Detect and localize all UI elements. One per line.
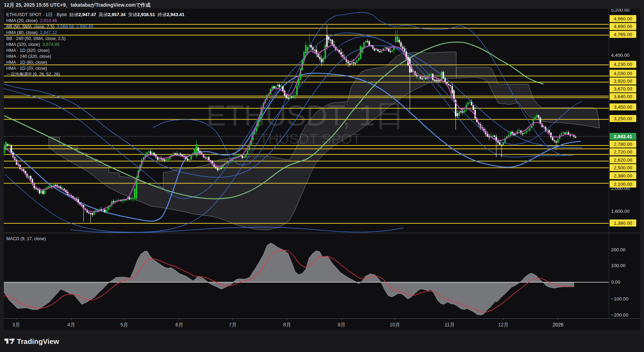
svg-text:1,380.00: 1,380.00 — [614, 221, 632, 226]
svg-text:3,250.00: 3,250.00 — [614, 116, 632, 121]
svg-text:1,600.00: 1,600.00 — [611, 209, 630, 214]
svg-text:4月: 4月 — [67, 322, 75, 327]
svg-text:HMA (20, close) 2,914.46: HMA (20, close) 2,914.46 — [6, 18, 57, 23]
svg-text:HMA · 1D (80, close): HMA · 1D (80, close) — [6, 60, 47, 65]
svg-text:8月: 8月 — [283, 322, 291, 327]
svg-text:0.00: 0.00 — [611, 279, 620, 285]
svg-text:4,230.00: 4,230.00 — [614, 62, 632, 67]
svg-text:9月: 9月 — [338, 322, 345, 327]
svg-text:−100.00: −100.00 — [611, 296, 628, 302]
svg-text:HMA · 1D (20, close): HMA · 1D (20, close) — [6, 66, 47, 71]
svg-text:100.00: 100.00 — [611, 263, 625, 268]
svg-text:ETHUSDT SPOT · 1日 · Bybit 始値2: ETHUSDT SPOT · 1日 · Bybit 始値2,947.47 高値2… — [6, 12, 185, 17]
svg-text:4,960.00: 4,960.00 — [614, 16, 632, 21]
svg-text:2,780.00: 2,780.00 — [614, 142, 632, 147]
svg-text:一目均衡表® (9, 26, 52, 26): 一目均衡表® (9, 26, 52, 26) — [6, 72, 60, 77]
svg-text:12月: 12月 — [498, 322, 509, 327]
svg-text:4,890.00: 4,890.00 — [614, 24, 632, 29]
svg-text:2026: 2026 — [552, 322, 563, 327]
svg-text:2,100.00: 2,100.00 — [614, 182, 632, 187]
svg-text:5月: 5月 — [120, 322, 128, 327]
svg-text:BB · 240 (50, SMA, close, 2.5): BB · 240 (50, SMA, close, 2.5) — [6, 36, 66, 41]
svg-text:3,670.00: 3,670.00 — [614, 86, 632, 92]
svg-text:6月: 6月 — [175, 322, 183, 327]
svg-text:TradingView: TradingView — [17, 337, 59, 345]
svg-text:3,450.00: 3,450.00 — [614, 104, 632, 110]
svg-text:2,720.00: 2,720.00 — [614, 149, 632, 155]
svg-text:MACD (9, 17, close): MACD (9, 17, close) — [6, 236, 46, 241]
svg-text:HMA (80, close) 2,847.12: HMA (80, close) 2,847.12 — [6, 30, 57, 35]
svg-text:3,640.00: 3,640.00 — [614, 94, 632, 99]
svg-text:4,765.00: 4,765.00 — [614, 32, 632, 37]
svg-text:4,400.00: 4,400.00 — [611, 53, 630, 58]
svg-text:11月: 11月 — [445, 322, 455, 327]
svg-text:4,030.00: 4,030.00 — [614, 71, 632, 76]
svg-text:2,500.00: 2,500.00 — [614, 165, 632, 170]
svg-text:HMA · 1D (320, close): HMA · 1D (320, close) — [6, 48, 49, 53]
svg-text:HMA (320, close) 3,874.85: HMA (320, close) 3,874.85 — [6, 42, 60, 47]
svg-text:3,920.00: 3,920.00 — [614, 79, 632, 84]
svg-text:HMA · 240 (320, close): HMA · 240 (320, close) — [6, 54, 51, 59]
svg-text:BB (50, SMA, close, 2.5) 3,56: BB (50, SMA, close, 2.5) 3,568.59 2,590.… — [6, 24, 93, 29]
svg-text:2,380.00: 2,380.00 — [614, 173, 632, 178]
svg-text:200.00: 200.00 — [611, 247, 625, 252]
svg-text:10月: 10月 — [390, 322, 400, 327]
svg-text:−200.00: −200.00 — [611, 312, 628, 318]
svg-text:12月 25, 2025 15:55 UTC+9、takat: 12月 25, 2025 15:55 UTC+9、takatabaがTradin… — [4, 2, 151, 8]
svg-text:3月: 3月 — [12, 322, 20, 327]
svg-text:2,943.41: 2,943.41 — [614, 134, 632, 139]
svg-text:7月: 7月 — [229, 322, 237, 327]
svg-text:2,620.00: 2,620.00 — [614, 157, 632, 163]
